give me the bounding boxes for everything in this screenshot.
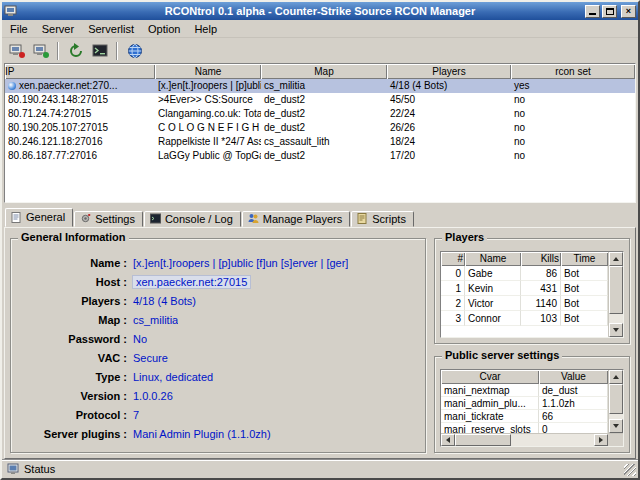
player-kills: 103 <box>521 311 561 326</box>
cvar-row[interactable]: mani_admin_plu... 1.1.0zh <box>441 397 608 410</box>
server-rcon-set: no <box>511 121 635 135</box>
scroll-up-button[interactable] <box>609 252 623 266</box>
cvar-horizontal-scrollbar[interactable] <box>441 433 623 446</box>
field-value: 4/18 (4 Bots) <box>133 295 196 307</box>
arrow-right-icon <box>599 437 603 443</box>
maximize-button[interactable] <box>602 5 617 18</box>
scrollbar-thumb[interactable] <box>455 434 511 446</box>
server-row[interactable]: 80.86.187.77:27016 LaGGy Public @ TopGam… <box>5 149 635 163</box>
server-row[interactable]: xen.paecker.net:270... [x.]en[t.]roopers… <box>5 79 635 93</box>
scripts-tab-icon <box>357 213 368 224</box>
field-label: VAC : <box>17 352 127 364</box>
players-group: Players # Name Kills Time 0 <box>434 238 630 344</box>
column-header-name[interactable]: Name <box>155 64 261 79</box>
column-header-map[interactable]: Map <box>261 64 387 79</box>
tab-settings[interactable]: Settings <box>74 211 143 227</box>
server-players: 45/50 <box>387 93 511 107</box>
field-label: Password : <box>17 333 127 345</box>
players-table-body: 0 Gabe 86 Bot 1 Kevin 431 Bot 2 <box>441 266 608 326</box>
cvar-table: Cvar Value mani_nextmap de_dust mani_adm… <box>440 369 624 447</box>
cvar-name: mani_reserve_slots <box>441 423 539 433</box>
menu-item[interactable]: Serverlist <box>81 21 141 37</box>
cvar-scrollbar[interactable] <box>608 370 623 433</box>
rcon-console-button[interactable] <box>88 40 111 62</box>
column-header-ip[interactable]: IP <box>5 64 155 79</box>
menu-item[interactable]: Option <box>141 21 187 37</box>
field-label: Name : <box>17 257 127 269</box>
player-row[interactable]: 0 Gabe 86 Bot <box>441 266 608 281</box>
column-header-time[interactable]: Time <box>561 252 608 266</box>
scrollbar-thumb[interactable] <box>609 266 623 314</box>
scroll-right-button[interactable] <box>594 434 608 446</box>
server-map: cs_assault_lith <box>261 135 387 149</box>
server-rcon-set: no <box>511 135 635 149</box>
scrollbar-track <box>609 314 623 323</box>
refresh-icon <box>68 43 84 59</box>
tab-label: Manage Players <box>263 213 343 225</box>
info-field-row: Host : xen.paecker.net:27015 <box>17 272 419 291</box>
server-row[interactable]: 80.71.24.74:27015 Clangaming.co.uk: Tota… <box>5 107 635 121</box>
general-info-fields: Name : [x.]en[t.]roopers | [p]ublic [f]u… <box>17 253 419 443</box>
scrollbar-thumb[interactable] <box>609 384 623 414</box>
player-number: 2 <box>441 296 465 311</box>
right-column: Players # Name Kills Time 0 <box>434 238 630 453</box>
column-header-players[interactable]: Players <box>387 64 511 79</box>
scroll-up-button[interactable] <box>609 370 623 384</box>
field-value: [x.]en[t.]roopers | [p]ublic [f]un [s]er… <box>133 257 348 269</box>
info-field-row: Server plugins : Mani Admin Plugin (1.1.… <box>17 424 419 443</box>
player-number: 0 <box>441 266 465 281</box>
resize-grip[interactable] <box>624 464 636 476</box>
player-row[interactable]: 1 Kevin 431 Bot <box>441 281 608 296</box>
scroll-down-button[interactable] <box>609 323 623 337</box>
cvar-row[interactable]: mani_tickrate 66 <box>441 410 608 423</box>
player-row[interactable]: 2 Victor 1140 Bot <box>441 296 608 311</box>
tab-console-log[interactable]: Console / Log <box>144 211 241 227</box>
field-value: 7 <box>133 409 139 421</box>
arrow-up-icon <box>613 257 619 261</box>
server-rcon-set: no <box>511 93 635 107</box>
serverlist-button[interactable] <box>123 40 146 62</box>
server-row[interactable]: 80.190.205.107:27015 C O L O G N E F I G… <box>5 121 635 135</box>
server-table-body: xen.paecker.net:270... [x.]en[t.]roopers… <box>5 79 635 202</box>
column-header-kills[interactable]: Kills <box>521 252 561 266</box>
server-row[interactable]: 80.190.243.148:27015 >4Ever>> CS:Source … <box>5 93 635 107</box>
tab-manage-players[interactable]: Manage Players <box>242 211 351 227</box>
server-name: C O L O G N E F I G H T ... <box>155 121 261 135</box>
column-header-value[interactable]: Value <box>539 370 608 384</box>
info-field-row: Players : 4/18 (4 Bots) <box>17 291 419 310</box>
tab-scripts[interactable]: Scripts <box>351 211 414 227</box>
connect-server-button[interactable] <box>5 40 28 62</box>
column-header-number[interactable]: # <box>441 252 465 266</box>
column-header-rcon-set[interactable]: rcon set <box>511 64 635 79</box>
scroll-left-button[interactable] <box>441 434 455 446</box>
console-tab-icon <box>150 213 161 224</box>
players-tab-icon <box>248 213 259 224</box>
column-header-player-name[interactable]: Name <box>465 252 521 266</box>
cvar-row[interactable]: mani_nextmap de_dust <box>441 384 608 397</box>
refresh-button[interactable] <box>64 40 87 62</box>
cvar-value: de_dust <box>539 384 608 397</box>
close-icon: × <box>626 7 631 16</box>
server-ip: 80.190.205.107:27015 <box>8 121 108 135</box>
player-name: Kevin <box>465 281 521 296</box>
column-header-cvar[interactable]: Cvar <box>441 370 539 384</box>
menu-item[interactable]: Server <box>35 21 81 37</box>
close-button[interactable]: × <box>621 5 636 18</box>
disconnect-server-button[interactable] <box>29 40 52 62</box>
scrollbar-corner <box>608 434 623 446</box>
field-value: Mani Admin Plugin (1.1.0zh) <box>133 428 271 440</box>
minimize-button[interactable] <box>585 5 600 18</box>
scroll-down-button[interactable] <box>609 419 623 433</box>
serverlist-globe-icon <box>127 43 143 59</box>
general-information-group: General Information Name : [x.]en[t.]roo… <box>10 238 426 453</box>
menu-item[interactable]: Help <box>187 21 224 37</box>
menu-item[interactable]: File <box>3 21 35 37</box>
tab-label: Settings <box>95 213 135 225</box>
player-name: Connor <box>465 311 521 326</box>
tab-general[interactable]: General <box>5 208 73 227</box>
cvar-row[interactable]: mani_reserve_slots 0 <box>441 423 608 433</box>
server-row[interactable]: 80.246.121.18:27016 Rappelkiste II *24/7… <box>5 135 635 149</box>
cvar-value: 0 <box>539 423 608 433</box>
players-scrollbar[interactable] <box>608 252 623 337</box>
player-row[interactable]: 3 Connor 103 Bot <box>441 311 608 326</box>
